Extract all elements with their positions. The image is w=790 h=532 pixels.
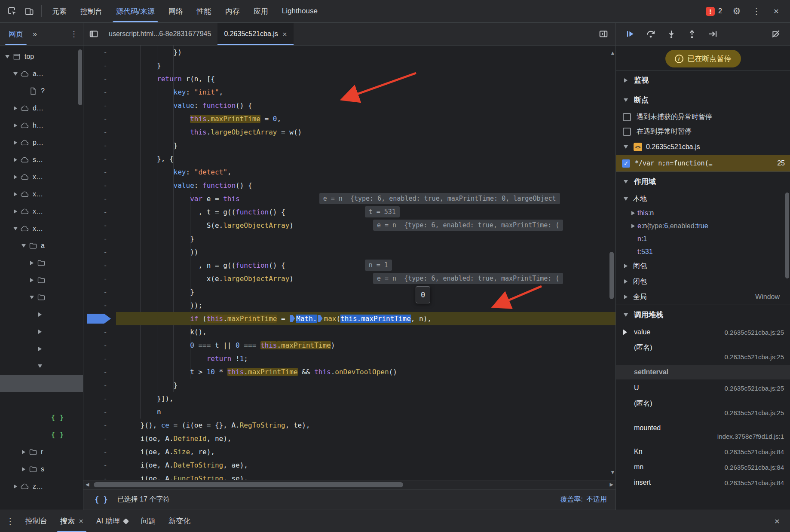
section-watch[interactable]: 监视 <box>616 70 790 90</box>
code-line[interactable]: - }, { <box>83 152 615 165</box>
scrollbar-thumb[interactable] <box>94 482 403 487</box>
tree-item[interactable] <box>0 358 83 375</box>
tree-item[interactable] <box>0 375 83 392</box>
panel-tab-application[interactable]: 应用 <box>247 0 275 22</box>
chevron-right-icon[interactable] <box>36 347 44 351</box>
breakpoint-file-group[interactable]: <> 0.2635c521cba.js <box>616 139 790 155</box>
line-gutter[interactable]: - <box>83 205 116 219</box>
chevron-right-icon[interactable] <box>12 175 19 179</box>
code-line[interactable]: - k(), <box>83 325 615 339</box>
code-line[interactable]: - }]), <box>83 392 615 405</box>
line-gutter[interactable]: - <box>83 325 116 339</box>
code-line[interactable]: - return r(n, [{ <box>83 72 615 86</box>
chevron-right-icon[interactable] <box>28 278 36 282</box>
line-gutter[interactable]: - <box>83 72 116 86</box>
scope-variable-row[interactable]: t: 531 <box>616 245 790 258</box>
debugger-scrollbar[interactable] <box>785 193 789 278</box>
checkbox-checked[interactable] <box>622 159 630 168</box>
drawer-tab-ai-assistance[interactable]: AI 助理 <box>90 510 135 532</box>
code-line[interactable]: - key: "detect", <box>83 165 615 179</box>
tree-item[interactable] <box>0 272 83 289</box>
chevron-right-icon[interactable] <box>12 141 19 145</box>
scroll-left-icon[interactable]: ◀ <box>86 482 89 487</box>
deactivate-breakpoints-icon[interactable] <box>767 25 785 43</box>
drawer-kebab-icon[interactable]: ⋮ <box>2 513 19 530</box>
editor-vertical-scrollbar[interactable]: ▲ ▼ <box>608 46 615 480</box>
chevron-right-icon[interactable] <box>622 78 630 83</box>
tree-item[interactable]: r <box>0 443 83 461</box>
chevron-right-icon[interactable] <box>12 158 19 162</box>
scope-closure-1[interactable]: 闭包 <box>616 258 790 274</box>
line-gutter[interactable]: - <box>83 339 116 352</box>
resume-script-icon[interactable] <box>621 25 639 43</box>
coverage-link[interactable]: 覆盖率:不适用 <box>560 495 607 504</box>
step-over-icon[interactable] <box>642 25 660 43</box>
line-gutter[interactable]: - <box>83 219 116 232</box>
code-line[interactable]: - i(oe, A.DateToString, ae), <box>83 459 615 472</box>
panel-tab-console[interactable]: 控制台 <box>73 0 109 22</box>
pretty-print-icon[interactable]: { } <box>92 495 110 504</box>
line-gutter[interactable]: - <box>83 179 116 192</box>
chevron-down-icon[interactable] <box>622 197 630 201</box>
line-gutter[interactable]: - <box>83 59 116 72</box>
scroll-right-icon[interactable]: ▶ <box>610 482 613 487</box>
callstack-frame[interactable]: value0.2635c521cba.js:25 <box>616 324 790 340</box>
chevron-right-icon[interactable] <box>28 261 36 265</box>
code-line[interactable]: - value: function() { <box>83 99 615 112</box>
callstack-frame[interactable]: (匿名)0.2635c521cba.js:25 <box>616 396 790 420</box>
line-gutter[interactable]: - <box>83 352 116 365</box>
code-line[interactable]: - } <box>83 232 615 245</box>
chevron-right-icon[interactable] <box>622 279 630 284</box>
tree-item[interactable]: { } <box>0 409 83 426</box>
chevron-down-icon[interactable] <box>622 313 630 317</box>
line-gutter[interactable]: - <box>83 432 116 445</box>
line-gutter[interactable]: - <box>83 86 116 99</box>
line-gutter[interactable]: - <box>83 139 116 152</box>
tree-item[interactable]: { } <box>0 426 83 443</box>
tab-page[interactable]: 网页 <box>3 23 29 45</box>
chevron-down-icon[interactable] <box>622 98 630 102</box>
line-gutter[interactable]: - <box>83 46 116 59</box>
line-gutter[interactable]: - <box>83 245 116 259</box>
callstack-frame[interactable]: mountedindex.3758e7f9d1d.js:1 <box>616 420 790 444</box>
scope-variable-row[interactable]: e: n {type: 6, enabled: true <box>616 220 790 232</box>
code-line[interactable]: - S(e.largeObjectArray)e = n {type: 6, e… <box>83 219 615 232</box>
code-line[interactable]: - } <box>83 59 615 72</box>
editor-horizontal-scrollbar[interactable]: ◀ ▶ <box>83 480 615 489</box>
code-viewport[interactable]: - })- }- return r(n, [{- key: "init",- v… <box>83 46 615 480</box>
tree-item[interactable]: s… <box>0 151 83 168</box>
chevron-down-icon[interactable] <box>20 244 28 248</box>
code-line[interactable]: - this.maxPrintTime = 0, <box>83 112 615 125</box>
drawer-tab-issues[interactable]: 问题 <box>135 510 162 532</box>
chevron-down-icon[interactable] <box>36 364 44 368</box>
scope-global[interactable]: 全局 Window <box>616 289 790 305</box>
more-options-kebab-icon[interactable]: ⋮ <box>748 3 765 20</box>
chevron-down-icon[interactable] <box>622 180 630 183</box>
inspect-element-icon[interactable] <box>3 3 21 20</box>
code-line[interactable]: - } <box>83 139 615 152</box>
close-tab-icon[interactable]: × <box>282 30 287 38</box>
line-gutter[interactable]: - <box>83 445 116 459</box>
line-gutter[interactable]: - <box>83 125 116 139</box>
panel-tab-network[interactable]: 网络 <box>162 0 190 22</box>
code-line[interactable]: - , n = g((function() {n = 1 <box>83 259 615 272</box>
tree-item[interactable]: x… <box>0 203 83 220</box>
code-line[interactable]: - return !1; <box>83 352 615 365</box>
code-line[interactable]: - var e = thise = n {type: 6, enabled: t… <box>83 192 615 205</box>
tree-item[interactable] <box>0 340 83 358</box>
line-gutter[interactable]: - <box>83 392 116 405</box>
line-gutter[interactable]: - <box>83 192 116 205</box>
scope-variable-row[interactable]: n: 1 <box>616 232 790 245</box>
callstack-frame[interactable]: mn0.2635c521cba.js:84 <box>616 459 790 475</box>
close-tab-icon[interactable]: × <box>79 517 83 525</box>
code-line[interactable]: - value: function() { <box>83 179 615 192</box>
chevron-down-icon[interactable] <box>12 72 19 76</box>
settings-gear-icon[interactable]: ⚙ <box>728 3 745 20</box>
chevron-right-icon[interactable] <box>12 484 19 489</box>
tree-item[interactable]: top <box>0 48 83 65</box>
drawer-tab-changes[interactable]: 新变化 <box>162 510 197 532</box>
scroll-up-icon[interactable]: ▲ <box>611 46 614 60</box>
panel-tab-lighthouse[interactable]: Lighthouse <box>275 0 325 22</box>
line-gutter[interactable] <box>83 312 116 325</box>
panel-tab-memory[interactable]: 内存 <box>218 0 247 22</box>
